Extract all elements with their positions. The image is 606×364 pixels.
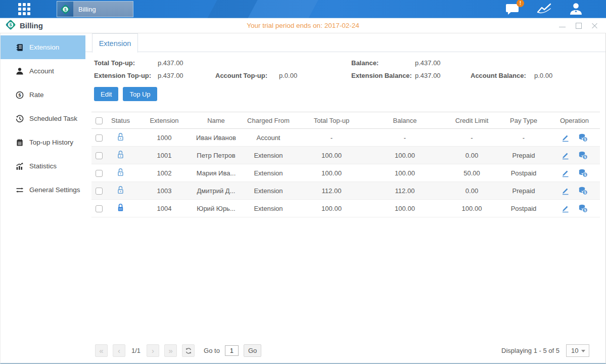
edit-row-icon[interactable]: [561, 151, 570, 160]
svg-text:$: $: [18, 93, 21, 98]
col-operation: Operation: [549, 112, 600, 129]
summary-account-balance: Account Balance:p.0.00: [471, 72, 605, 79]
cell-pay-type: Postpaid: [498, 164, 549, 182]
sidebar-item-label: Rate: [29, 91, 44, 99]
col-pay-type: Pay Type: [498, 112, 549, 129]
page-size-value: 10: [571, 347, 578, 354]
first-page-button[interactable]: «: [95, 344, 108, 357]
sidebar-item-label: Statistics: [29, 162, 57, 170]
taskbar-tab-billing[interactable]: $ Billing: [57, 1, 133, 17]
cell-charged-from: Extension: [238, 147, 299, 164]
account-icon: [16, 67, 24, 75]
taskbar-tab-label: Billing: [78, 6, 96, 13]
refresh-button[interactable]: [182, 344, 195, 357]
cell-name: Мария Ива...: [194, 164, 238, 182]
table-row: 1003 Дмитрий Д... Extension 112.00 112.0…: [91, 182, 600, 200]
close-button[interactable]: [591, 22, 598, 29]
edit-row-icon[interactable]: [561, 169, 570, 177]
cell-total-topup: -: [299, 129, 364, 147]
prev-page-button[interactable]: ‹: [113, 344, 125, 357]
go-button[interactable]: Go: [244, 344, 261, 357]
maximize-button[interactable]: [575, 22, 582, 29]
scheduled-task-icon: [16, 115, 24, 123]
select-all-checkbox[interactable]: [96, 117, 103, 124]
svg-text:$: $: [64, 7, 67, 12]
col-status: Status: [107, 112, 134, 129]
cell-charged-from: Extension: [238, 164, 299, 182]
top-up-button[interactable]: Top Up: [123, 87, 157, 101]
cell-total-topup: 100.00: [299, 200, 364, 217]
cell-total-topup: 112.00: [299, 182, 364, 200]
sidebar-item-label: Account: [29, 67, 54, 75]
row-checkbox[interactable]: [96, 205, 103, 212]
sidebar-item-statistics[interactable]: Statistics: [1, 154, 85, 178]
top-up-row-icon[interactable]: $: [578, 187, 588, 195]
col-total-topup: Total Top-up: [299, 112, 364, 129]
edit-row-icon[interactable]: [561, 187, 570, 195]
sidebar-item-rate[interactable]: $ Rate: [1, 83, 85, 107]
row-checkbox[interactable]: [96, 188, 103, 195]
sidebar-item-topup-history[interactable]: Top-up History: [1, 130, 85, 154]
top-up-row-icon[interactable]: $: [578, 169, 588, 177]
cell-charged-from: Account: [238, 129, 299, 147]
cell-extension: 1004: [134, 200, 194, 217]
messages-icon[interactable]: !: [505, 3, 520, 15]
summary-balance: Balance:p.437.00: [351, 59, 471, 67]
summary-extension-balance: Extension Balance:p.437.00: [351, 72, 471, 79]
top-up-row-icon[interactable]: $: [578, 151, 588, 160]
cell-pay-type: Prepaid: [498, 182, 549, 200]
cell-balance: -: [364, 129, 445, 147]
cell-credit-limit: -: [445, 129, 498, 147]
notification-badge: !: [517, 0, 524, 7]
edit-row-icon[interactable]: [561, 204, 570, 213]
cell-extension: 1000: [134, 129, 194, 147]
user-icon[interactable]: [569, 3, 583, 15]
top-up-row-icon[interactable]: $: [578, 204, 588, 213]
cell-name: Петр Петров: [194, 147, 238, 164]
svg-text:$: $: [584, 208, 586, 212]
billing-diamond-icon: $: [57, 2, 73, 17]
table-row: 1004 Юрий Юрь... Extension 100.00 100.00…: [91, 200, 600, 217]
monitor-chart-icon[interactable]: [537, 3, 552, 15]
statistics-icon: [16, 162, 24, 170]
sidebar-item-scheduled-task[interactable]: Scheduled Task: [1, 107, 85, 130]
goto-page-input[interactable]: [225, 345, 239, 356]
cell-balance: 112.00: [364, 182, 445, 200]
window-titlebar: $ Billing Your trial period ends on: 201…: [0, 18, 606, 33]
cell-pay-type: -: [498, 129, 549, 147]
edit-row-icon[interactable]: [561, 133, 570, 142]
sidebar-item-general-settings[interactable]: General Settings: [1, 178, 85, 202]
cell-credit-limit: 50.00: [445, 164, 498, 182]
row-checkbox[interactable]: [96, 134, 103, 142]
row-checkbox[interactable]: [96, 170, 103, 177]
page-size-select[interactable]: 10: [566, 344, 589, 357]
last-page-button[interactable]: »: [164, 344, 177, 357]
col-credit-limit: Credit Limit: [445, 112, 498, 129]
next-page-button[interactable]: ›: [147, 344, 159, 357]
app-grid-icon[interactable]: [18, 3, 30, 15]
extension-table: Status Extension Name Charged From Total…: [91, 112, 600, 217]
col-balance: Balance: [364, 112, 445, 129]
edit-button[interactable]: Edit: [94, 87, 118, 101]
summary-extension-topup: Extension Top-up:p.437.00: [94, 72, 215, 79]
cell-credit-limit: 0.00: [445, 147, 498, 164]
page-indicator: 1/1: [130, 347, 142, 354]
svg-text:$: $: [584, 138, 586, 142]
row-checkbox[interactable]: [96, 152, 103, 159]
extension-table-body: 1000 Иван Иванов Account - - - - $: [91, 129, 600, 217]
cell-name: Юрий Юрь...: [194, 200, 238, 217]
minimize-button[interactable]: [559, 22, 566, 29]
tab-extension[interactable]: Extension: [92, 33, 138, 53]
dropdown-caret-icon: [581, 350, 585, 352]
top-up-row-icon[interactable]: $: [578, 133, 588, 142]
pagination-bar: « ‹ 1/1 › » Go to Go Displaying 1 - 5 of…: [85, 344, 605, 363]
sidebar-item-extension[interactable]: Extension: [1, 35, 85, 59]
extension-icon: [16, 43, 24, 52]
cell-credit-limit: 0.00: [445, 182, 498, 200]
summary-total-topup: Total Top-up:p.437.00: [94, 59, 215, 67]
sidebar-item-label: Extension: [29, 43, 59, 51]
sidebar-item-account[interactable]: Account: [1, 59, 85, 83]
status-lock-icon: [117, 135, 124, 143]
col-charged-from: Charged From: [238, 112, 299, 129]
cell-balance: 100.00: [364, 200, 445, 217]
